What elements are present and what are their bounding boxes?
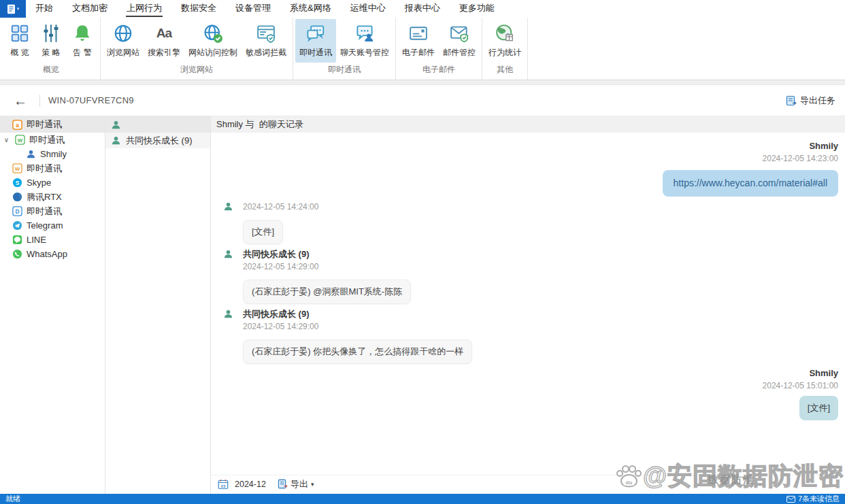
ribbon-group-overview: 概 览 策 略 告 警 概览	[2, 18, 101, 80]
page-shield-icon	[254, 22, 278, 45]
conversation-item-group[interactable]: 共同快乐成长 (9)	[105, 133, 210, 148]
im-app-d-icon: D	[12, 206, 22, 216]
skype-icon: S	[12, 178, 22, 188]
message-time: 2024-12-05 14:24:00	[243, 201, 318, 213]
im-app-wechat-icon: W	[15, 135, 25, 145]
tab-report-center[interactable]: 报表中心	[395, 0, 450, 18]
sidebar-item-label: WhatsApp	[27, 249, 67, 259]
message-time: 2024-12-05 14:29:00	[243, 261, 411, 273]
sidebar-item-label: 即时通讯	[29, 134, 65, 146]
contact-icon	[111, 120, 121, 130]
sidebar-item-whatsapp[interactable]: WhatsApp	[0, 247, 105, 261]
im-app-work-icon: W	[12, 163, 22, 173]
main-content: a 即时通讯 ∨ W 即时通讯 Shmily W 即时通讯 S Skype	[0, 116, 845, 494]
chat-account-control-button[interactable]: 聊天账号管控	[336, 19, 393, 63]
alert-button[interactable]: 告 警	[67, 19, 98, 63]
export-tasks-button[interactable]: 导出任务	[786, 95, 835, 107]
im-app-a-icon: a	[12, 120, 22, 130]
chat-record-pane: Shmily 与 的聊天记录 Shmily 2024-12-05 14:23:0…	[211, 116, 845, 494]
sidebar-item-label: LINE	[27, 235, 46, 245]
sidebar-item-label: 腾讯RTX	[27, 191, 62, 203]
svg-text:W: W	[15, 166, 20, 172]
instant-messaging-button[interactable]: 即时通讯	[295, 19, 336, 63]
conversation-label: 共同快乐成长 (9)	[126, 135, 193, 147]
ribbon-group-label: 即时通讯	[295, 64, 393, 80]
chevron-down-icon: ▾	[311, 481, 314, 488]
line-icon	[12, 235, 22, 245]
tab-device-management[interactable]: 设备管理	[226, 0, 280, 18]
tab-internet-behavior[interactable]: 上网行为	[117, 0, 171, 18]
conversation-list-header[interactable]	[105, 116, 210, 133]
tab-system-network[interactable]: 系统&网络	[280, 0, 341, 18]
email-button[interactable]: 电子邮件	[398, 19, 439, 63]
status-ready: 就绪	[5, 494, 20, 504]
sidebar-item-im-work[interactable]: W 即时通讯	[0, 161, 105, 175]
sidebar-item-telegram[interactable]: Telegram	[0, 218, 105, 233]
sidebar-item-rtx[interactable]: 腾讯RTX	[0, 190, 105, 204]
tab-doc-encryption[interactable]: 文档加密	[63, 0, 117, 18]
tab-home[interactable]: 开始	[26, 0, 63, 18]
tab-more-features[interactable]: 更多功能	[450, 0, 504, 18]
ribbon-group-label: 电子邮件	[398, 64, 480, 80]
ribbon-group-email: 电子邮件 邮件管控 电子邮件	[396, 18, 482, 80]
behavior-stats-button[interactable]: 行为统计	[484, 19, 525, 63]
sidebar-item-im-wechat[interactable]: ∨ W 即时通讯	[0, 133, 105, 147]
menu-bar: ▾ 开始 文档加密 上网行为 数据安全 设备管理 系统&网络 运维中心 报表中心…	[0, 0, 845, 18]
message-bubble: (石家庄彭于晏) @洞察眼MIT系统-陈陈	[243, 280, 411, 304]
chat-record-title: Shmily 与 的聊天记录	[211, 116, 845, 133]
chevron-down-icon[interactable]: ∨	[2, 136, 11, 144]
export-button[interactable]: 导出 ▾	[278, 478, 314, 490]
search-engine-button[interactable]: Aa 搜索引擎	[144, 19, 184, 63]
policy-button[interactable]: 策 略	[35, 19, 67, 63]
message-bubble-link[interactable]: https://www.heycan.com/material#all	[663, 170, 838, 197]
chat-bubbles-icon	[304, 22, 327, 45]
divider	[39, 95, 40, 107]
export-icon	[278, 479, 288, 489]
chat-user-icon	[353, 22, 376, 45]
bell-icon	[71, 22, 94, 45]
browse-websites-button[interactable]: 浏览网站	[103, 19, 144, 63]
sidebar-item-skype[interactable]: S Skype	[0, 175, 105, 190]
sidebar-item-shmily[interactable]: Shmily	[0, 147, 105, 161]
message-sender: Shmily	[763, 367, 838, 380]
export-tasks-icon	[786, 95, 797, 106]
ribbon-group-label: 概览	[4, 64, 98, 80]
svg-text:S: S	[16, 180, 20, 186]
unread-messages[interactable]: 7条未读信息	[786, 494, 840, 504]
chat-message-incoming: 2024-12-05 14:24:00 [文件]	[223, 201, 318, 244]
export-label: 导出	[291, 478, 308, 490]
calendar-icon[interactable]: 23	[218, 479, 229, 490]
back-button[interactable]: ←	[10, 94, 31, 107]
message-time: 2024-12-05 14:29:00	[243, 320, 472, 333]
whatsapp-icon	[12, 249, 22, 259]
chat-footer: 23 2024-12 导出 ▾	[211, 475, 845, 492]
mail-control-button[interactable]: 邮件管控	[439, 19, 480, 63]
sidebar-item-line[interactable]: LINE	[0, 233, 105, 247]
sidebar-item-im-root[interactable]: a 即时通讯	[0, 116, 105, 133]
overview-button[interactable]: 概 览	[4, 19, 35, 63]
sensitive-word-block-button[interactable]: 敏感词拦截	[242, 19, 291, 63]
im-app-tree: a 即时通讯 ∨ W 即时通讯 Shmily W 即时通讯 S Skype	[0, 116, 105, 494]
tab-data-security[interactable]: 数据安全	[171, 0, 226, 18]
avatar-icon	[223, 309, 233, 319]
group-avatar-icon	[111, 135, 121, 146]
unread-count-label: 7条未读信息	[798, 494, 840, 504]
ribbon-group-im: 即时通讯 聊天账号管控 即时通讯	[293, 18, 396, 80]
mail-icon	[407, 22, 430, 45]
ribbon: 概 览 策 略 告 警 概览 浏览网站 Aa	[0, 18, 845, 80]
tab-ops-center[interactable]: 运维中心	[341, 0, 395, 18]
website-access-control-button[interactable]: 网站访问控制	[184, 19, 242, 63]
message-sender: 共同快乐成长 (9)	[243, 308, 472, 320]
user-icon	[26, 149, 36, 159]
month-selector[interactable]: 2024-12	[235, 480, 266, 489]
grid-icon	[8, 22, 31, 45]
app-menu-button[interactable]: ▾	[0, 0, 26, 18]
font-search-icon: Aa	[152, 22, 176, 45]
ribbon-divider-band	[0, 80, 845, 85]
ribbon-group-other: 行为统计 其他	[482, 18, 528, 80]
sidebar-item-im-d[interactable]: D 即时通讯	[0, 204, 105, 218]
chevron-down-icon: ▾	[17, 6, 20, 12]
message-bubble: [文件]	[799, 396, 838, 420]
svg-text:W: W	[18, 137, 23, 144]
status-bar: 就绪 7条未读信息	[0, 494, 845, 504]
